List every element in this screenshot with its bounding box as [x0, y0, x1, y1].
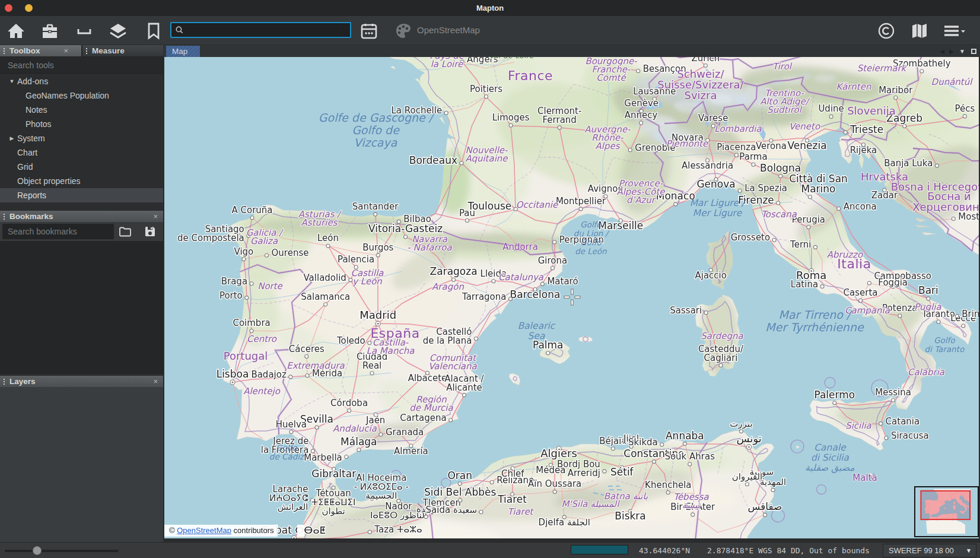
map-label: Andorra	[502, 242, 538, 252]
map-label: Campania	[845, 305, 890, 316]
bookmarks-toolbar: Search bookmarks	[0, 222, 163, 241]
tab-toolbox[interactable]: Toolbox ×	[0, 45, 81, 56]
city-dot	[479, 511, 483, 514]
map-label: Navarra- Nafarroa	[407, 234, 452, 253]
osm-attribution-link[interactable]: OpenStreetMap	[177, 526, 231, 535]
crs-selector[interactable]: SWEREF 99 18 00 ▼	[883, 544, 976, 557]
zoom-slider-track[interactable]	[5, 550, 119, 552]
copyright-button[interactable]	[877, 21, 896, 40]
city-dot	[814, 245, 817, 249]
tree-item-chart[interactable]: Chart	[0, 145, 163, 160]
bookmarks-folder-button[interactable]	[119, 225, 132, 238]
city-dot	[738, 189, 742, 192]
city-dot	[772, 238, 776, 242]
map-label: Djelfa الجلفة	[539, 517, 590, 528]
map-label: Tirol	[772, 61, 793, 72]
bookmarks-list[interactable]	[0, 241, 163, 374]
city-dot	[604, 195, 607, 198]
tab-map[interactable]: Map	[166, 46, 200, 57]
city-dot	[898, 314, 902, 318]
tree-item-add-ons[interactable]: ▼Add-ons	[0, 74, 163, 88]
close-layers-icon[interactable]: ×	[153, 376, 158, 387]
map-button[interactable]	[910, 21, 929, 40]
map-label: Sidi Bel Abbès	[424, 486, 496, 498]
city-dot	[955, 315, 959, 318]
tree-item-geonames-population[interactable]: GeoNames Population	[0, 88, 163, 103]
tree-item-notes[interactable]: Notes	[0, 103, 163, 117]
map-label: Trieste	[849, 123, 883, 135]
layers-panel-header[interactable]: Layers ×	[0, 376, 163, 387]
city-dot	[368, 341, 371, 345]
map-label: Dunántúl	[931, 77, 973, 87]
attribution-chip	[297, 525, 304, 537]
map-label: Córdoba	[330, 398, 368, 408]
zoom-slider-thumb[interactable]	[33, 546, 42, 555]
map-label: León	[317, 233, 339, 243]
tree-item-grid[interactable]: Grid	[0, 160, 163, 174]
city-dot	[894, 96, 898, 100]
city-dot	[509, 297, 513, 301]
map-label: Coimbra	[233, 318, 270, 328]
layers-list[interactable]	[0, 387, 163, 542]
map-viewport[interactable]: AngersPoitiersLa RochelleLimogesClermont…	[164, 57, 979, 538]
window-title: Mapton	[0, 0, 980, 16]
map-label: صفاقس	[747, 500, 782, 512]
toolbar-search-box[interactable]	[170, 22, 351, 38]
expanded-arrow-icon[interactable]: ▼	[8, 74, 16, 88]
close-bookmarks-icon[interactable]: ×	[153, 211, 158, 222]
city-dot	[859, 299, 863, 302]
bookmarks-panel-header[interactable]: Bookmarks ×	[0, 211, 163, 222]
overview-minimap[interactable]	[914, 486, 979, 537]
map-label: France	[508, 68, 553, 83]
city-dot	[289, 375, 292, 379]
map-label: Porto	[219, 290, 243, 301]
mapton-window: Mapton OpenStreetMap	[0, 0, 980, 558]
map-label: Khenchela	[645, 480, 691, 490]
tree-item-system[interactable]: ▶System	[0, 131, 163, 145]
tree-item-object-properties[interactable]: Object properties	[0, 174, 163, 188]
map-attribution: © OpenStreetMap contributors	[164, 525, 278, 537]
crs-value: SWEREF 99 18 00	[889, 546, 954, 555]
bookmarks-save-button[interactable]	[144, 225, 157, 238]
map-label: Oran	[447, 470, 472, 481]
city-dot	[492, 280, 495, 283]
menu-button[interactable]	[943, 21, 965, 40]
tree-item-reports[interactable]: Reports	[0, 188, 163, 202]
tree-item-photos[interactable]: Photos	[0, 117, 163, 131]
map-label: Alentejo	[243, 386, 280, 397]
measure-button[interactable]	[75, 21, 94, 40]
search-input[interactable]	[184, 26, 350, 34]
map-label: Braga	[221, 276, 247, 287]
map-label: Brindisi	[962, 309, 979, 319]
city-dot	[245, 296, 249, 300]
map-canvas[interactable]: AngersPoitiersLa RochelleLimogesClermont…	[164, 57, 979, 538]
toolbox-search-field[interactable]: Search tools	[0, 57, 163, 74]
bookmarks-search-field[interactable]: Search bookmarks	[2, 224, 114, 239]
tab-scroll-right-icon[interactable]: ▶	[949, 48, 954, 55]
map-label: Piemonte	[666, 138, 709, 149]
map-label: España	[370, 326, 419, 341]
collapsed-arrow-icon[interactable]: ▶	[8, 131, 16, 145]
map-label: Vigo	[234, 246, 253, 257]
tab-scroll-left-icon[interactable]: ◀	[940, 48, 944, 55]
map-label: Casteddu/Cagliari	[698, 344, 744, 363]
bookmark-button[interactable]	[144, 21, 163, 40]
home-button[interactable]	[7, 21, 26, 40]
tree-item-label: Grid	[0, 162, 33, 172]
layers-button[interactable]	[109, 21, 128, 40]
close-toolbox-icon[interactable]: ×	[63, 45, 68, 56]
city-dot	[867, 281, 871, 285]
map-style-label[interactable]: OpenStreetMap	[417, 25, 480, 35]
tab-measure[interactable]: Measure	[82, 45, 163, 56]
zoom-slider[interactable]	[5, 543, 119, 558]
city-dot	[952, 217, 955, 221]
tab-list-dropdown-icon[interactable]: ▼	[959, 48, 965, 55]
city-dot	[449, 418, 453, 422]
tab-maximize-icon[interactable]	[971, 49, 976, 54]
calendar-button[interactable]	[359, 21, 378, 40]
toolbox-button[interactable]	[40, 21, 59, 40]
map-label: Valladolid	[304, 272, 346, 283]
map-label: Toscana	[761, 209, 797, 220]
city-dot	[458, 482, 462, 486]
city-dot	[540, 282, 544, 286]
